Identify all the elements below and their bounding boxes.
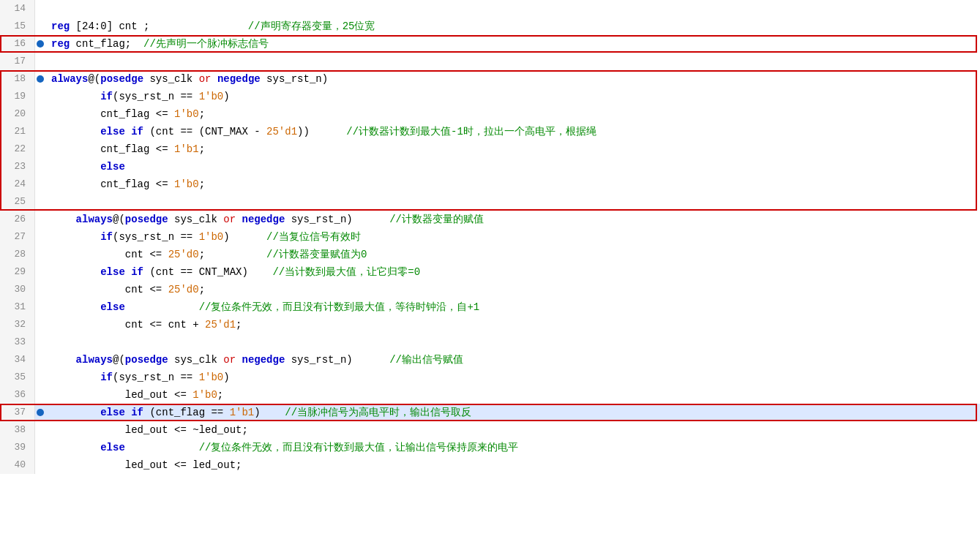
line-number: 25 (0, 193, 35, 211)
comment-green-token: //计数器变量的赋值 (353, 214, 484, 225)
line-number: 34 (0, 351, 35, 369)
kw-else-token: else (51, 407, 131, 418)
table-row: 28 cnt <= 25'd0; //计数器变量赋值为0 (0, 246, 980, 263)
table-row: 34 always@(posedge sys_clk or negedge sy… (0, 351, 980, 369)
comment-green-token: //当脉冲信号为高电平时，输出信号取反 (261, 407, 471, 418)
line-number: 32 (0, 316, 35, 333)
text-token: led_out <= (51, 389, 192, 401)
comment-green-token: //当计数到最大值，让它归零=0 (248, 266, 420, 278)
table-row: 24 cnt_flag <= 1'b0; (0, 176, 980, 193)
comment-green-token: //复位条件无效，而且没有计数到最大值，让输出信号保持原来的电平 (125, 442, 519, 453)
line-number: 17 (0, 53, 35, 70)
table-row: 22 cnt_flag <= 1'b1; (0, 140, 980, 158)
line-number: 23 (0, 158, 35, 176)
line-number: 37 (0, 404, 35, 421)
line-number: 35 (0, 369, 35, 386)
text-token: (sys_rst_n == (113, 91, 199, 102)
text-token: cnt <= (51, 249, 168, 260)
table-row: 23 else (0, 158, 980, 176)
text-token: led_out <= led_out; (51, 459, 242, 471)
line-number: 40 (0, 456, 35, 474)
table-row: 26 always@(posedge sys_clk or negedge sy… (0, 211, 980, 228)
text-token: ; (236, 319, 242, 331)
kw-else-token: else (51, 266, 131, 278)
breakpoint-area[interactable] (35, 40, 45, 48)
line-content (45, 0, 980, 18)
breakpoint-dot (37, 40, 44, 48)
comment-green-token: //输出信号赋值 (353, 354, 463, 366)
line-content: cnt_flag <= 1'b1; (45, 140, 980, 158)
text-token: sys_rst_n) (261, 73, 328, 85)
breakpoint-area[interactable] (35, 409, 45, 416)
comment-green-token: //计数器变量赋值为0 (205, 249, 367, 260)
num-token: 1'b1 (230, 407, 255, 418)
line-content: else (45, 158, 980, 176)
kw-always-token: always (51, 73, 88, 85)
comment-green-token: //先声明一个脉冲标志信号 (143, 38, 269, 50)
text-token: ) (223, 91, 229, 102)
table-row: 21 else if (cnt == (CNT_MAX - 25'd1)) //… (0, 123, 980, 140)
line-content: else //复位条件无效，而且没有计数到最大值，让输出信号保持原来的电平 (45, 439, 980, 456)
op-or-token: or (199, 73, 212, 85)
text-token: ; (199, 143, 205, 155)
line-content: always@(posedge sys_clk or negedge sys_r… (45, 351, 980, 369)
text-token: (cnt == (CNT_MAX - (143, 126, 266, 137)
table-row: 19 if(sys_rst_n == 1'b0) (0, 88, 980, 105)
text-token: (cnt == CNT_MAX) (143, 266, 248, 278)
line-number: 24 (0, 176, 35, 193)
text-token: ; (199, 108, 205, 120)
table-row: 31 else //复位条件无效，而且没有计数到最大值，等待时钟沿，自+1 (0, 298, 980, 316)
line-content: cnt <= cnt + 25'd1; (45, 316, 980, 333)
kw-blue-token: negedge (242, 354, 285, 366)
table-row: 29 else if (cnt == CNT_MAX) //当计数到最大值，让它… (0, 263, 980, 281)
breakpoint-area[interactable] (35, 75, 45, 83)
text-token: cnt_flag <= (51, 108, 174, 120)
kw-always-token: always (51, 214, 113, 225)
line-content: if(sys_rst_n == 1'b0) //当复位信号有效时 (45, 228, 980, 246)
text-token: @( (113, 354, 125, 366)
line-content: led_out <= 1'b0; (45, 386, 980, 404)
kw-blue-token: negedge (242, 214, 285, 225)
kw-if-token: if (51, 372, 113, 383)
num-token: 1'b1 (174, 143, 199, 155)
line-number: 36 (0, 386, 35, 404)
num-token: 1'b0 (174, 108, 199, 120)
kw-blue-token: negedge (217, 73, 261, 85)
line-number: 16 (0, 35, 35, 53)
text-token: ) (223, 372, 229, 383)
line-content: cnt <= 25'd0; (45, 281, 980, 298)
text-token: [24:0] cnt ; (70, 20, 149, 32)
kw-else-token: else (51, 161, 125, 173)
num-token: 1'b0 (199, 91, 224, 102)
line-content: reg cnt_flag; //先声明一个脉冲标志信号 (45, 35, 980, 53)
text-token: sys_rst_n) (285, 214, 352, 225)
text-token: cnt_flag <= (51, 143, 174, 155)
table-row: 36 led_out <= 1'b0; (0, 386, 980, 404)
line-content: if(sys_rst_n == 1'b0) (45, 88, 980, 105)
num-token: 1'b0 (199, 231, 224, 243)
text-token: ; (199, 178, 205, 190)
text-token: led_out <= ~led_out; (51, 424, 248, 436)
text-token: @( (113, 214, 125, 225)
line-number: 38 (0, 421, 35, 439)
line-content: led_out <= ~led_out; (45, 421, 980, 439)
line-number: 18 (0, 70, 35, 88)
table-row: 27 if(sys_rst_n == 1'b0) //当复位信号有效时 (0, 228, 980, 246)
kw-if-token: if (131, 126, 143, 137)
table-row: 38 led_out <= ~led_out; (0, 421, 980, 439)
line-content: always@(posedge sys_clk or negedge sys_r… (45, 211, 980, 228)
text-token: (sys_rst_n == (113, 231, 199, 243)
text-token (211, 73, 217, 85)
line-content: if(sys_rst_n == 1'b0) (45, 369, 980, 386)
text-token: cnt <= (51, 284, 168, 295)
op-or-token: or (223, 214, 236, 225)
table-row: 37 else if (cnt_flag == 1'b1) //当脉冲信号为高电… (0, 404, 980, 421)
num-token: 25'd1 (266, 126, 297, 137)
comment-green-token: //声明寄存器变量，25位宽 (149, 20, 375, 32)
table-row: 20 cnt_flag <= 1'b0; (0, 105, 980, 123)
table-row: 33 (0, 333, 980, 351)
table-row: 16reg cnt_flag; //先声明一个脉冲标志信号 (0, 35, 980, 53)
breakpoint-dot (37, 75, 44, 83)
table-row: 32 cnt <= cnt + 25'd1; (0, 316, 980, 333)
text-token: (sys_rst_n == (113, 372, 199, 383)
